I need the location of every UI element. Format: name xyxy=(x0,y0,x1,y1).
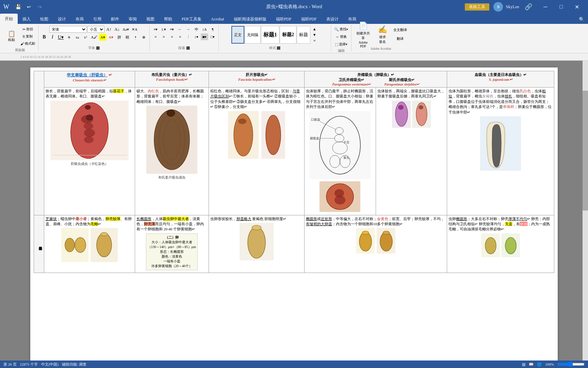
share-btn[interactable]: 🔗 xyxy=(523,2,534,12)
case-btn[interactable]: Aa▾ xyxy=(121,26,130,33)
justify-btn[interactable]: ≡ xyxy=(176,33,184,40)
chinese-format-btn[interactable]: 中 xyxy=(193,26,200,33)
text-effect-btn[interactable]: A🖋 xyxy=(90,34,98,41)
style-heading[interactable]: 标题 xyxy=(297,26,310,44)
increase-indent-btn[interactable]: → xyxy=(184,26,192,33)
view-web-btn[interactable]: 🌐 xyxy=(537,362,542,367)
restore-btn[interactable]: □ xyxy=(553,0,569,14)
strikethrough-btn[interactable]: S xyxy=(65,34,73,41)
full-translate-btn[interactable]: 全文翻译 xyxy=(392,26,408,34)
phonetic-btn[interactable]: 拼 xyxy=(115,34,123,41)
tab-futin-pdf2[interactable]: 福听PDF xyxy=(296,14,322,24)
request-sign-btn[interactable]: ✍ 请求签名 xyxy=(373,26,392,44)
columns-btn[interactable]: ⋮ xyxy=(184,33,192,40)
paste-btn[interactable]: 📋 粘贴 xyxy=(4,28,19,45)
partial-translate-btn[interactable]: 翻译 xyxy=(392,35,408,43)
paragraph-dialog-btn[interactable]: ⬛ xyxy=(186,46,190,50)
style-heading2[interactable]: 标题2 xyxy=(280,26,296,44)
tab-futin-pdf[interactable]: 福听PDF xyxy=(271,14,296,24)
style-normal[interactable]: 正文 xyxy=(231,26,244,44)
font-dialog-btn[interactable]: ⬛ xyxy=(96,46,100,50)
underline-btn[interactable]: U▾ xyxy=(57,34,65,41)
expand-btn[interactable]: ⊕ xyxy=(140,34,147,41)
zoom-slider[interactable] xyxy=(557,362,585,367)
tab-pdf-tools[interactable]: PDF工具集 xyxy=(177,14,206,24)
bullets-btn[interactable]: ≡▾ xyxy=(152,26,159,33)
shrink-font-btn[interactable]: A↓ xyxy=(113,26,121,33)
styles-dialog-btn[interactable]: ⬛ xyxy=(277,46,280,50)
styles-up-btn[interactable]: ▲ xyxy=(311,26,318,32)
egg-cell-4: 椭圆形或近矩形；中等偏大，左右不对称；金黄色；前宽、后窄；卵壳较厚，不均，有皱褶… xyxy=(304,215,447,273)
scroll-thumb[interactable] xyxy=(583,91,588,211)
font-size-select[interactable]: 小五 xyxy=(87,26,104,33)
user-avatar[interactable]: S xyxy=(493,2,503,12)
emphasis-btn[interactable]: •̣ xyxy=(132,34,139,41)
tab-acrobat[interactable]: Acrobat xyxy=(206,14,229,24)
view-normal-btn[interactable]: ▤ xyxy=(522,362,525,367)
tab-view[interactable]: 视图 xyxy=(142,14,159,24)
multilevel-btn[interactable]: ≡▾ xyxy=(168,26,176,33)
create-pdf-btn[interactable]: 📄 创建并共享Adobe PDF xyxy=(354,26,373,44)
tab-draw[interactable]: 绘图 xyxy=(35,14,53,24)
clear-format-btn[interactable]: ✕A xyxy=(131,26,138,33)
tab-insert[interactable]: 插入 xyxy=(18,14,35,24)
egg-row-header: 虫卵形态及特征 xyxy=(34,215,44,273)
minimize-btn[interactable]: ─ xyxy=(538,0,553,14)
line-spacing-btn[interactable]: ↕▾ xyxy=(193,33,200,40)
col-header-5: 血吸虫（主要是日本血吸虫）↵ S. japonicum↵ xyxy=(447,71,554,88)
tab-layout[interactable]: 布局 xyxy=(71,14,88,24)
align-center-btn[interactable]: ≡ xyxy=(160,33,167,40)
highlight-btn[interactable]: A▾ xyxy=(99,34,107,41)
ruler-scale: 2 4 6 8 10 12 14 16 18 20 22 24 26 28 30 xyxy=(20,55,71,59)
undo-btn[interactable]: ↩ xyxy=(24,2,34,12)
tab-foxit[interactable]: 福昕阅读器领鲜版 xyxy=(229,14,271,24)
tab-help[interactable]: 帮助 xyxy=(159,14,177,24)
shading-btn[interactable]: ■▾ xyxy=(201,33,208,40)
copy-btn[interactable]: ⎘ 复制 xyxy=(19,33,36,40)
lung-worm-diagram: 口吸盘 腹吸盘 子宫 睾丸 xyxy=(309,111,371,179)
format-painter-btn[interactable]: 🖌 格式刷 xyxy=(19,40,36,47)
col-header-3: 肝片形吸虫↵ Fasciola hepaticalinn↵ xyxy=(209,71,304,88)
font-color-btn[interactable]: A▾ xyxy=(107,34,115,41)
style-no-spacing[interactable]: 无间隔 xyxy=(245,26,261,44)
grow-font-btn[interactable]: A↑ xyxy=(105,26,113,33)
decrease-indent-btn[interactable]: ← xyxy=(176,26,184,33)
show-marks-btn[interactable]: ¶ xyxy=(209,26,216,33)
view-read-btn[interactable]: 📖 xyxy=(529,362,534,367)
scroll-area[interactable]: 华支睾吸虫（肝吸虫） ↵ Clonorchis sinensis↵ 布氏姜片虫（… xyxy=(0,61,588,361)
redo-btn[interactable]: ↪ xyxy=(35,2,45,12)
italic-btn[interactable]: I xyxy=(49,34,56,41)
tab-design[interactable]: 设计 xyxy=(53,14,71,24)
select-btn[interactable]: ⬚ 选择 ▾ xyxy=(334,41,348,48)
styles-down-btn[interactable]: ▼ xyxy=(311,32,318,37)
sort-btn[interactable]: ↕A xyxy=(201,26,208,33)
superscript-btn[interactable]: x² xyxy=(82,34,89,41)
tab-references[interactable]: 引用 xyxy=(88,14,106,24)
close-btn[interactable]: ✕ xyxy=(569,0,585,14)
border-text-btn[interactable]: 框 xyxy=(124,34,131,41)
save-btn[interactable]: 💾 xyxy=(13,2,23,12)
tab-table-design[interactable]: 表设计 xyxy=(322,14,343,24)
borders-btn[interactable]: □▾ xyxy=(209,33,216,40)
vertical-scrollbar[interactable] xyxy=(583,61,588,361)
numbering-btn[interactable]: 1.▾ xyxy=(160,26,167,33)
replace-btn[interactable]: ↔ 替换 xyxy=(334,33,348,40)
style-heading1[interactable]: 标题1 xyxy=(261,26,279,44)
align-right-btn[interactable]: ≡ xyxy=(168,33,176,40)
cut-label: 剪切 xyxy=(26,27,33,32)
find-btn[interactable]: 🔍 查找 ▾ xyxy=(333,26,349,33)
tab-review[interactable]: 审阅 xyxy=(124,14,142,24)
svg-point-5 xyxy=(84,136,94,143)
window-controls: ─ □ ✕ xyxy=(538,0,585,14)
subscript-btn[interactable]: x₂ xyxy=(74,34,81,41)
west-cell: 虫体较厚，背凸腹平，静止时椭圆形，活体为暗红色。口、腹吸盘大小相似；卵巢与子宫左… xyxy=(305,88,376,215)
svg-point-51 xyxy=(252,225,261,230)
styles-more-btn[interactable]: ≡ xyxy=(311,38,318,44)
search-help-btn[interactable]: 🔍 xyxy=(577,15,587,24)
tab-mailings[interactable]: 邮件 xyxy=(106,14,124,24)
cut-btn[interactable]: ✂ 剪切 xyxy=(19,26,36,33)
font-name-select[interactable]: 宋体 xyxy=(49,26,87,33)
bold-btn[interactable]: B xyxy=(40,34,48,41)
tab-home[interactable]: 开始 xyxy=(0,14,18,24)
align-left-btn[interactable]: ≡ xyxy=(152,33,159,40)
